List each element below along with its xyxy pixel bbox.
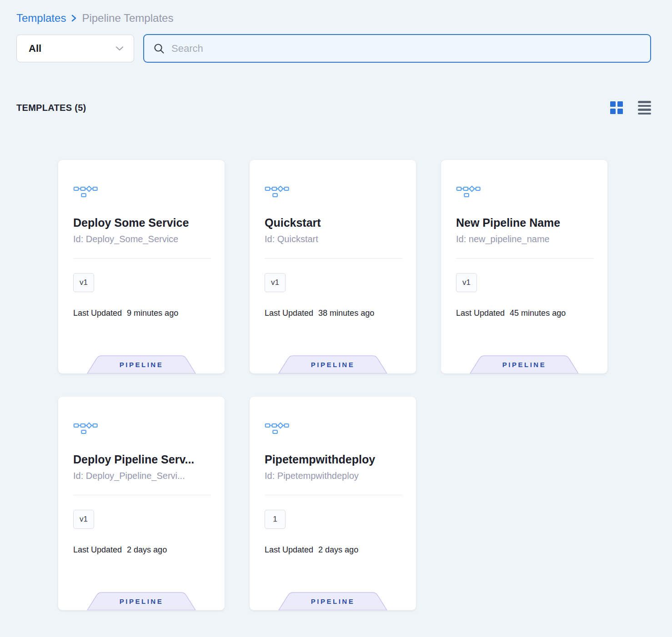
grid-view-icon[interactable] [610, 101, 623, 114]
template-card-pipetempwithdeploy[interactable]: Pipetempwithdeploy Id: Pipetempwithdeplo… [250, 397, 416, 610]
pipeline-flow-icon [73, 420, 98, 434]
template-card-new-pipeline-name[interactable]: New Pipeline Name Id: new_pipeline_name … [441, 160, 607, 373]
last-updated-value: 38 minutes ago [318, 309, 374, 318]
card-body: Pipetempwithdeploy Id: Pipetempwithdeplo… [250, 397, 416, 555]
templates-grid: Deploy Some Service Id: Deploy_Some_Serv… [58, 160, 651, 610]
pipeline-flow-icon [265, 420, 289, 434]
search-box [143, 34, 651, 63]
pipeline-flow-icon [73, 184, 98, 197]
chevron-down-icon [115, 46, 124, 51]
breadcrumb: Templates Pipeline Templates [16, 12, 651, 25]
template-card-deploy-some-service[interactable]: Deploy Some Service Id: Deploy_Some_Serv… [58, 160, 225, 373]
templates-list-header: TEMPLATES (5) [16, 101, 651, 114]
version-badge: v1 [265, 273, 286, 292]
tag-label: PIPELINE [87, 597, 196, 605]
last-updated-label: Last Updated [73, 309, 122, 318]
pipeline-type-tag: PIPELINE [87, 592, 196, 610]
template-card-quickstart[interactable]: Quickstart Id: Quickstart v1 Last Update… [250, 160, 416, 373]
filter-row: All [16, 35, 651, 63]
scope-filter-value: All [29, 43, 41, 55]
breadcrumb-templates-link[interactable]: Templates [16, 12, 66, 25]
card-body: Quickstart Id: Quickstart v1 Last Update… [250, 160, 416, 318]
template-id: Id: Deploy_Some_Service [73, 234, 211, 244]
chevron-right-icon [70, 14, 77, 22]
search-input[interactable] [171, 43, 642, 55]
tag-label: PIPELINE [278, 597, 387, 605]
templates-count-heading: TEMPLATES (5) [16, 103, 86, 113]
template-title: Quickstart [265, 216, 402, 229]
last-updated-row: Last Updated 2 days ago [265, 545, 402, 555]
last-updated-row: Last Updated 38 minutes ago [265, 309, 402, 318]
list-view-icon[interactable] [638, 101, 651, 114]
pipeline-type-tag: PIPELINE [278, 355, 387, 373]
card-body: New Pipeline Name Id: new_pipeline_name … [441, 160, 607, 318]
tag-label: PIPELINE [470, 361, 579, 368]
version-badge: v1 [456, 273, 477, 292]
pipeline-flow-icon [265, 184, 289, 197]
template-id: Id: Deploy_Pipeline_Servi... [73, 471, 211, 481]
template-title: Pipetempwithdeploy [265, 453, 402, 466]
last-updated-label: Last Updated [265, 545, 313, 555]
version-badge: v1 [73, 273, 94, 292]
template-title: Deploy Some Service [73, 216, 211, 229]
template-id: Id: Quickstart [265, 234, 402, 244]
last-updated-value: 9 minutes ago [127, 309, 178, 318]
card-body: Deploy Pipeline Serv... Id: Deploy_Pipel… [58, 397, 225, 555]
last-updated-row: Last Updated 9 minutes ago [73, 309, 211, 318]
template-id: Id: new_pipeline_name [456, 234, 594, 244]
pipeline-flow-icon [456, 184, 481, 197]
last-updated-label: Last Updated [265, 309, 313, 318]
last-updated-label: Last Updated [73, 545, 122, 555]
last-updated-value: 2 days ago [127, 545, 167, 555]
pipeline-type-tag: PIPELINE [87, 355, 196, 373]
breadcrumb-current: Pipeline Templates [82, 12, 173, 25]
tag-label: PIPELINE [278, 361, 387, 368]
template-id: Id: Pipetempwithdeploy [265, 471, 402, 481]
pipeline-templates-page: Templates Pipeline Templates All TEMPLAT… [0, 0, 672, 610]
template-title: New Pipeline Name [456, 216, 594, 229]
version-badge: 1 [265, 510, 286, 529]
scope-filter-dropdown[interactable]: All [16, 35, 134, 62]
search-icon [153, 43, 165, 55]
last-updated-label: Last Updated [456, 309, 505, 318]
tag-label: PIPELINE [87, 361, 196, 368]
template-title: Deploy Pipeline Serv... [73, 453, 211, 466]
last-updated-value: 2 days ago [318, 545, 358, 555]
last-updated-row: Last Updated 45 minutes ago [456, 309, 594, 318]
view-toggles [610, 101, 651, 114]
template-card-deploy-pipeline-service[interactable]: Deploy Pipeline Serv... Id: Deploy_Pipel… [58, 397, 225, 610]
version-badge: v1 [73, 510, 94, 529]
last-updated-value: 45 minutes ago [510, 309, 566, 318]
last-updated-row: Last Updated 2 days ago [73, 545, 211, 555]
card-body: Deploy Some Service Id: Deploy_Some_Serv… [58, 160, 225, 318]
pipeline-type-tag: PIPELINE [278, 592, 387, 610]
pipeline-type-tag: PIPELINE [470, 355, 579, 373]
